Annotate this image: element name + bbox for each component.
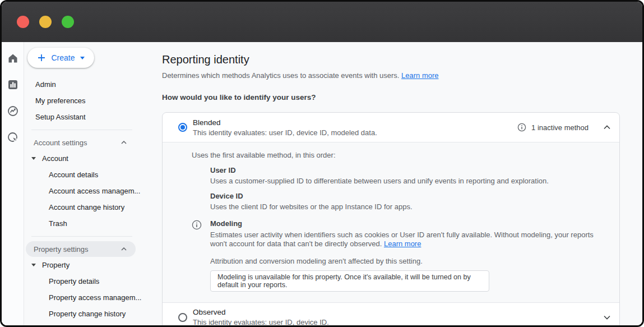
sidebar-item-property-change-history[interactable]: Property change history: [24, 306, 153, 322]
method-user-id: User ID Uses a customer-supplied ID to d…: [210, 166, 610, 185]
identity-question: How would you like to identify your user…: [162, 93, 642, 102]
app-window: Create Admin My preferences Setup Assist…: [0, 0, 644, 327]
method-modeling-text: Modeling Estimates user activity when id…: [210, 219, 610, 248]
blended-option-sublabel: This identity evaluates: user ID, device…: [193, 128, 377, 137]
chevron-up-icon: [121, 247, 127, 251]
sidebar-item-property-label: Property: [42, 261, 70, 269]
sidebar-item-scheduled-emails[interactable]: Scheduled emails: [24, 322, 153, 327]
method-user-id-description: Uses a customer-supplied ID to different…: [210, 177, 610, 185]
method-device-id-description: Uses the client ID for websites or the a…: [210, 202, 610, 211]
sidebar-item-trash[interactable]: Trash: [24, 215, 153, 232]
advertising-icon[interactable]: [7, 132, 18, 143]
content-area: Create Admin My preferences Setup Assist…: [2, 42, 642, 325]
close-window-button[interactable]: [17, 16, 29, 28]
chevron-up-icon: [121, 141, 127, 144]
method-modeling-name: Modeling: [210, 219, 610, 228]
modeling-note: Attribution and conversion modeling aren…: [210, 257, 610, 265]
sidebar-item-property[interactable]: Property: [24, 257, 153, 273]
page-description: Determines which methods Analytics uses …: [162, 71, 642, 80]
method-device-id-name: Device ID: [210, 192, 610, 200]
section-property-settings[interactable]: Property settings: [26, 241, 136, 257]
sidebar-nav: Admin My preferences Setup Assistant Acc…: [24, 76, 153, 327]
nav-rail: [2, 42, 24, 325]
reporting-identity-card: Blended This identity evaluates: user ID…: [162, 112, 620, 327]
sidebar-divider: [31, 130, 132, 130]
learn-more-link[interactable]: Learn more: [401, 71, 438, 80]
create-button-label: Create: [51, 53, 75, 62]
sidebar-item-account-access-management[interactable]: Account access managem...: [24, 183, 153, 199]
page-description-text: Determines which methods Analytics uses …: [162, 71, 399, 80]
blended-header-right: 1 inactive method: [517, 123, 610, 132]
blended-radio[interactable]: [178, 123, 187, 132]
method-modeling: Modeling Estimates user activity when id…: [192, 219, 610, 248]
chevron-down-icon: [80, 57, 85, 59]
explore-icon[interactable]: [7, 105, 18, 117]
observed-option-header[interactable]: Observed This identity evaluates: user I…: [163, 303, 619, 327]
method-modeling-description: Estimates user activity when identifiers…: [210, 231, 610, 248]
sidebar-item-property-access-management[interactable]: Property access managem...: [24, 289, 153, 306]
create-button[interactable]: Create: [27, 48, 94, 68]
sidebar-item-setup-assistant[interactable]: Setup Assistant: [24, 109, 153, 125]
page-title: Reporting identity: [162, 53, 642, 66]
reports-bar-chart-icon[interactable]: [7, 79, 18, 90]
blended-intro: Uses the first available method, in this…: [192, 151, 610, 159]
method-device-id: Device ID Uses the client ID for website…: [210, 192, 610, 211]
modeling-learn-more-link[interactable]: Learn more: [384, 240, 421, 248]
modeling-status-box: Modeling is unavailable for this propert…: [210, 270, 489, 292]
method-user-id-name: User ID: [210, 166, 610, 174]
info-icon: [192, 220, 202, 230]
observed-option-text: Observed This identity evaluates: user I…: [193, 308, 329, 326]
section-account-settings-label: Account settings: [34, 139, 87, 147]
zoom-window-button[interactable]: [62, 16, 74, 28]
sidebar-item-account-change-history[interactable]: Account change history: [24, 199, 153, 215]
info-icon: [517, 123, 526, 132]
expander-triangle-icon: [31, 157, 36, 160]
sidebar-item-my-preferences[interactable]: My preferences: [24, 93, 153, 109]
sidebar-item-account[interactable]: Account: [24, 150, 153, 167]
window-titlebar: [2, 2, 642, 42]
observed-option-sublabel: This identity evaluates: user ID, device…: [193, 318, 329, 326]
admin-sidebar: Create Admin My preferences Setup Assist…: [24, 42, 153, 325]
minimize-window-button[interactable]: [39, 16, 52, 28]
observed-header-right: [594, 315, 610, 320]
observed-radio[interactable]: [178, 313, 187, 322]
expander-triangle-icon: [31, 264, 36, 266]
home-icon[interactable]: [7, 53, 18, 64]
blended-option-header[interactable]: Blended This identity evaluates: user ID…: [163, 113, 619, 142]
blended-option-text: Blended This identity evaluates: user ID…: [193, 118, 377, 137]
main-panel: Reporting identity Determines which meth…: [153, 42, 642, 325]
sidebar-item-property-details[interactable]: Property details: [24, 273, 153, 289]
sidebar-item-account-label: Account: [42, 154, 68, 163]
sidebar-divider: [31, 236, 132, 237]
blended-option-body: Uses the first available method, in this…: [163, 142, 619, 303]
chevron-up-icon[interactable]: [604, 125, 610, 130]
chevron-down-icon[interactable]: [604, 315, 610, 320]
sidebar-item-admin[interactable]: Admin: [24, 76, 153, 93]
plus-icon: [37, 53, 46, 62]
observed-option-label: Observed: [193, 308, 329, 316]
section-account-settings[interactable]: Account settings: [26, 135, 136, 150]
blended-option-label: Blended: [193, 118, 377, 127]
sidebar-item-account-details[interactable]: Account details: [24, 167, 153, 183]
section-property-settings-label: Property settings: [34, 245, 89, 254]
inactive-method-badge: 1 inactive method: [531, 123, 589, 132]
